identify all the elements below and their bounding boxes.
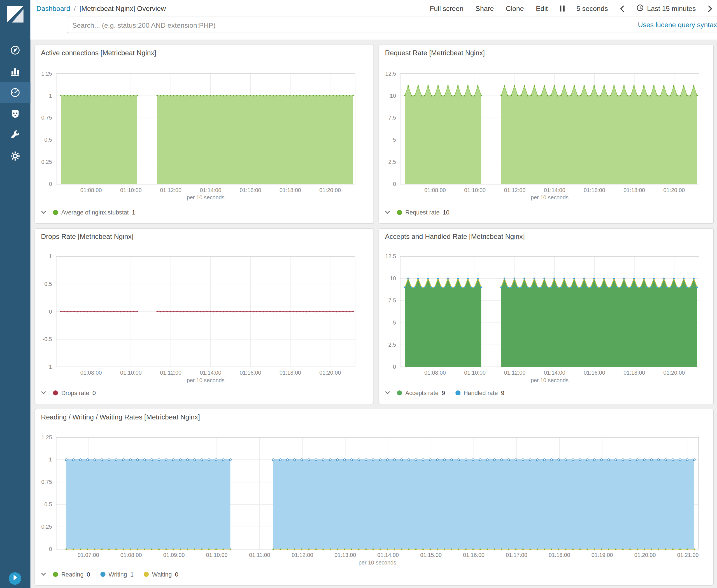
svg-text:1.25: 1.25 — [41, 70, 52, 77]
legend-collapse-icon[interactable] — [41, 209, 46, 215]
series-value: 9 — [442, 390, 445, 397]
legend-drops-rate: Drops rate0 — [41, 390, 96, 397]
svg-text:01:08:00: 01:08:00 — [80, 370, 102, 376]
legend-reading-writing-waiting: Reading0Writing1Waiting0 — [41, 571, 179, 578]
breadcrumb-dashboard-link[interactable]: Dashboard — [36, 4, 70, 12]
share-button[interactable]: Share — [476, 4, 494, 12]
panel-title: Request Rate [Metricbeat Nginx] — [385, 49, 485, 57]
legend-item[interactable]: Waiting0 — [144, 571, 178, 578]
sidebar-item-discover[interactable] — [0, 40, 30, 61]
time-range-button[interactable]: Last 15 minutes — [636, 4, 696, 13]
sidebar-item-timelion[interactable] — [0, 103, 30, 124]
chart-reading-writing-waiting[interactable]: 00.250.50.7511.2501:07:0001:08:0001:09:0… — [35, 410, 713, 585]
svg-text:-0.5: -0.5 — [43, 336, 52, 342]
clock-icon — [636, 4, 643, 13]
svg-text:per 10 seconds: per 10 seconds — [531, 194, 569, 201]
svg-text:1: 1 — [49, 253, 52, 259]
svg-text:01:13:00: 01:13:00 — [334, 552, 356, 558]
svg-text:7.5: 7.5 — [388, 297, 396, 303]
pause-refresh-button[interactable] — [560, 6, 565, 12]
svg-text:0: 0 — [393, 181, 396, 187]
search-input[interactable] — [67, 17, 717, 33]
svg-text:01:08:00: 01:08:00 — [80, 187, 102, 193]
panel-title: Reading / Writing / Waiting Rates [Metri… — [41, 413, 200, 421]
svg-text:0.75: 0.75 — [41, 479, 52, 485]
series-label: Handled rate — [464, 390, 498, 397]
full-screen-button[interactable]: Full screen — [430, 4, 464, 12]
panel-active-connections: Active connections [Metricbeat Nginx] 00… — [35, 44, 374, 224]
chart-drops-rate[interactable]: -1-0.500.5101:08:0001:10:0001:12:0001:14… — [35, 229, 373, 404]
svg-text:01:12:00: 01:12:00 — [291, 552, 313, 558]
chart-accepts-handled[interactable]: 02.557.51012.501:08:0001:10:0001:12:0001… — [379, 229, 713, 404]
svg-text:2.5: 2.5 — [388, 342, 396, 348]
sidebar-item-visualize[interactable] — [0, 61, 30, 82]
panel-request-rate: Request Rate [Metricbeat Nginx] 02.557.5… — [379, 44, 714, 224]
time-forward-button[interactable] — [708, 5, 712, 12]
legend-item[interactable]: Accepts rate9 — [397, 390, 445, 397]
refresh-interval-button[interactable]: 5 seconds — [576, 4, 608, 12]
panel-reading-writing-waiting: Reading / Writing / Waiting Rates [Metri… — [35, 409, 714, 586]
panel-title: Active connections [Metricbeat Nginx] — [41, 49, 156, 57]
sidebar-item-dashboard[interactable] — [0, 82, 30, 103]
legend-item[interactable]: Average of nginx.stubstat1 — [53, 209, 135, 216]
svg-text:01:20:00: 01:20:00 — [319, 370, 341, 376]
series-label: Request rate — [405, 209, 439, 216]
sidebar-item-management[interactable] — [0, 146, 30, 167]
chart-request-rate[interactable]: 02.557.51012.501:08:0001:10:0001:12:0001… — [379, 45, 713, 223]
legend-accepts-handled: Accepts rate9Handled rate9 — [385, 390, 505, 397]
series-color-dot — [53, 210, 58, 215]
svg-text:01:08:00: 01:08:00 — [424, 370, 446, 376]
series-label: Waiting — [152, 571, 172, 578]
legend-collapse-icon[interactable] — [385, 390, 390, 396]
wrench-icon — [10, 130, 20, 140]
kibana-logo[interactable] — [6, 6, 24, 23]
svg-text:2.5: 2.5 — [388, 159, 396, 165]
panel-title: Accepts and Handled Rate [Metricbeat Ngi… — [385, 232, 525, 240]
panel-drops-rate: Drops Rate [Metricbeat Nginx] -1-0.500.5… — [35, 229, 374, 404]
chart-active-connections[interactable]: 00.250.50.7511.2501:08:0001:10:0001:12:0… — [35, 45, 373, 223]
series-color-dot — [397, 210, 402, 215]
legend-collapse-icon[interactable] — [385, 209, 390, 215]
panel-accepts-handled: Accepts and Handled Rate [Metricbeat Ngi… — [379, 229, 714, 404]
series-value: 0 — [87, 571, 90, 578]
svg-text:01:18:00: 01:18:00 — [623, 370, 645, 376]
svg-text:01:12:00: 01:12:00 — [160, 370, 182, 376]
kibana-window: Dashboard / [Metricbeat Nginx] Overview … — [0, 0, 717, 588]
gear-icon — [10, 151, 20, 161]
svg-text:0.5: 0.5 — [44, 501, 52, 507]
breadcrumb-separator: / — [74, 4, 76, 12]
legend-item[interactable]: Drops rate0 — [53, 390, 96, 397]
time-back-button[interactable] — [620, 5, 624, 12]
legend-item[interactable]: Reading0 — [53, 571, 90, 578]
legend-collapse-icon[interactable] — [41, 390, 46, 396]
svg-text:01:16:00: 01:16:00 — [463, 552, 485, 558]
legend-item[interactable]: Request rate10 — [397, 209, 449, 216]
svg-text:01:18:00: 01:18:00 — [549, 552, 570, 558]
svg-text:5: 5 — [393, 136, 396, 143]
search-bar: Uses lucene query syntax — [67, 17, 717, 33]
time-range-label: Last 15 minutes — [647, 4, 696, 12]
series-color-dot — [100, 572, 105, 577]
legend-item[interactable]: Handled rate9 — [455, 390, 504, 397]
series-value: 1 — [130, 571, 134, 578]
series-label: Average of nginx.stubstat — [61, 209, 129, 216]
svg-text:01:10:00: 01:10:00 — [120, 370, 142, 376]
sidebar-collapse-button[interactable] — [9, 572, 21, 585]
chevron-left-icon — [620, 5, 624, 12]
svg-text:01:20:00: 01:20:00 — [319, 187, 341, 193]
lucene-syntax-link[interactable]: Uses lucene query syntax — [638, 21, 717, 28]
legend-item[interactable]: Writing1 — [100, 571, 134, 578]
legend-collapse-icon[interactable] — [41, 571, 46, 577]
clone-button[interactable]: Clone — [506, 4, 524, 12]
svg-text:01:16:00: 01:16:00 — [584, 370, 605, 376]
legend-request-rate: Request rate10 — [385, 209, 450, 216]
svg-text:01:11:00: 01:11:00 — [249, 552, 270, 558]
svg-text:0: 0 — [393, 364, 396, 370]
svg-text:01:20:00: 01:20:00 — [634, 552, 656, 558]
page-title: [Metricbeat Nginx] Overview — [80, 4, 166, 12]
svg-text:01:17:00: 01:17:00 — [506, 552, 527, 558]
svg-text:01:12:00: 01:12:00 — [160, 187, 182, 193]
sidebar-item-dev-tools[interactable] — [0, 124, 30, 146]
edit-button[interactable]: Edit — [536, 4, 548, 12]
dashboard-actions: Full screen Share Clone Edit 5 seconds L… — [430, 0, 712, 17]
